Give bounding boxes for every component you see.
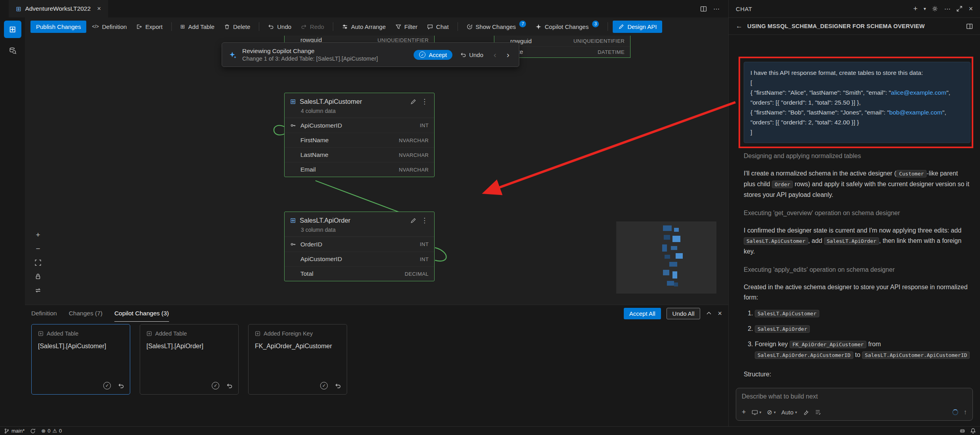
key-icon xyxy=(290,122,296,128)
fit-view-icon[interactable] xyxy=(34,258,42,267)
added-icon xyxy=(38,331,44,336)
copilot-status-icon[interactable] xyxy=(959,428,965,434)
table-row[interactable]: ApiCustomerID INT xyxy=(285,252,434,266)
auto-layout-icon[interactable] xyxy=(34,286,42,295)
schema-canvas[interactable]: rowguid UNIQUEIDENTIFIER rowguid UNIQUEI… xyxy=(25,36,728,305)
next-change-icon[interactable]: › xyxy=(504,50,512,59)
table-row[interactable]: LastName NVARCHAR xyxy=(285,147,434,162)
table-row[interactable]: ApiCustomerID INT xyxy=(285,118,434,133)
design-api-button[interactable]: Design API xyxy=(613,21,662,33)
undo-change-icon[interactable] xyxy=(226,383,233,389)
copilot-change-card[interactable]: Added Table [SalesLT].[ApiCustomer] ✓ xyxy=(31,324,130,395)
designer-toolbar: Publish Changes </>Definition Export ⊞Ad… xyxy=(25,17,728,36)
new-chat-icon[interactable]: + xyxy=(913,4,917,13)
chat-panel-title: CHAT xyxy=(736,6,752,12)
table-row[interactable]: OrderID INT xyxy=(285,237,434,252)
redo-button[interactable]: Redo xyxy=(297,21,328,32)
accept-change-icon[interactable]: ✓ xyxy=(320,382,328,389)
chat-input-box[interactable]: + ▾ ⊘ ▾ Auto ▾ xyxy=(736,388,973,421)
copilot-changes-button[interactable]: Copilot Changes 3 xyxy=(532,21,603,32)
open-in-editor-icon[interactable] xyxy=(966,23,973,30)
undo-button[interactable]: Undo xyxy=(264,21,295,32)
instructions-icon[interactable] xyxy=(815,409,821,416)
problems-indicator[interactable]: ⊗ 0 ⚠ 0 xyxy=(41,428,62,434)
gear-icon[interactable] xyxy=(932,6,938,12)
show-changes-badge: 7 xyxy=(519,21,526,27)
edit-table-icon[interactable] xyxy=(410,99,416,105)
send-icon[interactable]: ↑ xyxy=(964,408,967,416)
mode-selector[interactable]: ⊘ ▾ xyxy=(767,408,776,416)
message-line: { "firstName": "Alice", "lastName": "Smi… xyxy=(750,88,964,107)
assistant-message: I confirmed the designer state is curren… xyxy=(744,225,971,257)
close-chat-icon[interactable]: × xyxy=(969,5,973,13)
definition-button[interactable]: </>Definition xyxy=(88,21,131,32)
tab-definition[interactable]: Definition xyxy=(31,305,57,322)
changes-panel: Definition Changes (7) Copilot Changes (… xyxy=(25,305,728,426)
list-item: SalesLT.ApiCustomer xyxy=(755,308,971,319)
chat-button[interactable]: Chat xyxy=(423,21,453,32)
maximize-icon[interactable] xyxy=(956,6,963,12)
table-menu-icon[interactable]: ⋮ xyxy=(420,97,429,106)
copilot-changes-badge: 3 xyxy=(592,21,599,27)
close-tab-icon[interactable]: × xyxy=(97,5,101,13)
branch-indicator[interactable]: main* xyxy=(4,428,25,434)
redo-icon xyxy=(301,24,307,30)
table-card-apicustomer[interactable]: ⊞ SalesLT.ApiCustomer ⋮ 4 column data xyxy=(284,93,435,177)
minimap[interactable] xyxy=(616,221,716,294)
split-editor-icon[interactable] xyxy=(700,6,707,12)
undo-change-icon[interactable] xyxy=(335,383,341,389)
schema-designer-icon[interactable]: ⊞ xyxy=(4,21,21,38)
copilot-change-card[interactable]: Added Table [SalesLT].[ApiOrder] ✓ xyxy=(140,324,239,395)
collapse-panel-icon[interactable] xyxy=(706,310,712,317)
undo-all-button[interactable]: Undo All xyxy=(667,308,701,319)
lock-icon[interactable] xyxy=(34,272,42,281)
zoom-in-icon[interactable]: + xyxy=(34,231,42,239)
filter-button[interactable]: Filter xyxy=(391,21,422,32)
undo-change-icon[interactable] xyxy=(118,383,124,389)
zoom-out-icon[interactable]: − xyxy=(34,244,42,253)
accept-button[interactable]: ✓ Accept xyxy=(414,50,452,60)
accept-all-button[interactable]: Accept All xyxy=(624,308,661,319)
tools-icon[interactable] xyxy=(803,409,809,416)
chat-transcript[interactable]: I have this API response format, create … xyxy=(729,35,980,384)
chat-bubble-icon xyxy=(427,24,433,30)
previous-change-icon[interactable]: ‹ xyxy=(491,50,499,59)
close-panel-icon[interactable]: × xyxy=(718,309,722,318)
screen-context-selector[interactable]: ▾ xyxy=(752,409,762,416)
review-title: Reviewing Copilot Change xyxy=(242,48,408,55)
sync-icon[interactable] xyxy=(30,428,36,434)
table-menu-icon[interactable]: ⋮ xyxy=(420,216,429,225)
auto-arrange-button[interactable]: Auto Arrange xyxy=(338,21,390,32)
tab-adventureworks[interactable]: ⊞ AdventureWorksLT2022 × xyxy=(9,0,108,17)
table-row[interactable]: Email NVARCHAR xyxy=(285,162,434,177)
tab-copilot-changes[interactable]: Copilot Changes (3) xyxy=(114,305,169,322)
back-icon[interactable]: ← xyxy=(736,22,743,30)
tab-changes[interactable]: Changes (7) xyxy=(69,305,103,322)
tab-bar: ⊞ AdventureWorksLT2022 × ⋯ xyxy=(0,0,728,17)
chevron-down-icon[interactable]: ▾ xyxy=(923,6,926,11)
accept-change-icon[interactable]: ✓ xyxy=(103,382,111,389)
more-actions-icon[interactable]: ⋯ xyxy=(713,5,720,13)
copilot-change-card[interactable]: Added Foreign Key FK_ApiOrder_ApiCustome… xyxy=(248,324,347,395)
delete-button[interactable]: Delete xyxy=(220,21,254,32)
table-card-apiorder[interactable]: ⊞ SalesLT.ApiOrder ⋮ 3 column data xyxy=(284,212,435,281)
table-row[interactable]: Total DECIMAL xyxy=(285,266,434,281)
auto-arrange-icon xyxy=(342,24,348,30)
designer-file-icon: ⊞ xyxy=(16,5,21,13)
publish-changes-button[interactable]: Publish Changes xyxy=(30,21,86,33)
undo-change-button[interactable]: Undo xyxy=(458,50,486,60)
chat-input[interactable] xyxy=(742,393,967,400)
accept-change-icon[interactable]: ✓ xyxy=(212,382,219,389)
database-search-icon[interactable] xyxy=(4,42,21,59)
model-selector[interactable]: Auto ▾ xyxy=(781,409,797,416)
table-icon: ⊞ xyxy=(290,216,296,225)
table-row[interactable]: FirstName NVARCHAR xyxy=(285,133,434,147)
bell-icon[interactable] xyxy=(970,428,976,434)
show-changes-button[interactable]: Show Changes 7 xyxy=(463,21,530,32)
edit-table-icon[interactable] xyxy=(410,218,416,224)
export-button[interactable]: Export xyxy=(132,21,166,32)
chat-panel: CHAT + ▾ ⋯ × ← USING MSSQL_SCHEMA_DESIGN… xyxy=(728,0,980,426)
add-context-icon[interactable]: + xyxy=(742,408,746,416)
add-table-button[interactable]: ⊞Add Table xyxy=(177,21,218,32)
more-actions-icon[interactable]: ⋯ xyxy=(944,5,950,13)
